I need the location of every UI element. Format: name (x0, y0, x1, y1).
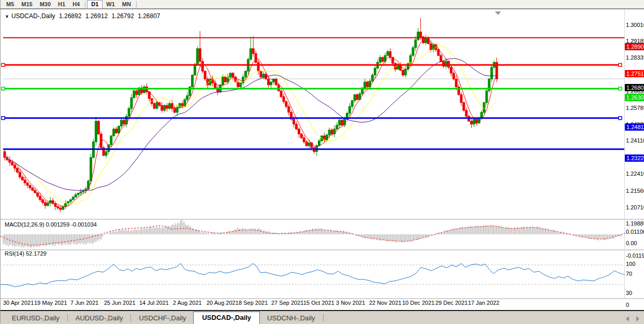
timeframe-button-MN[interactable]: MN (119, 1, 135, 8)
current-price-badge: 1.26807 (625, 84, 644, 91)
right-shift-triangle-icon (495, 11, 501, 15)
macd-scale-label: 0.011009 (626, 229, 644, 235)
price-level-badge: 1.24811 (625, 123, 644, 131)
date-label: 7 Jun 2021 (70, 300, 98, 306)
price-axis-label: 1.20710 (626, 204, 644, 210)
rsi-scale-label: 70 (626, 271, 632, 277)
tab-usdcad-daily[interactable]: USDCAD-,Daily (193, 312, 260, 324)
tab-scroll-controls (626, 316, 644, 324)
date-label: 10 Dec 2021 (402, 300, 434, 306)
price-level-badge: 1.27517 (625, 70, 644, 77)
timeframe-button-W1[interactable]: W1 (103, 1, 119, 8)
tab-divider (323, 314, 324, 321)
date-label: 14 Jul 2021 (139, 300, 169, 306)
price-axis-label: 1.19885 (626, 220, 644, 227)
tab-scroll-right-icon[interactable] (636, 316, 639, 321)
macd-scale-label: 0.00 (626, 240, 637, 246)
tab-usdchf-daily[interactable]: USDCHF-,Daily (131, 313, 193, 324)
date-label: 15 Oct 2021 (303, 300, 334, 306)
timeframe-button-D1[interactable]: D1 (87, 0, 103, 9)
price-axis-label: 1.25785 (626, 105, 644, 111)
price-axis-label: 1.24110 (626, 137, 644, 144)
price-axis-label: 1.30010 (626, 22, 644, 28)
chart-area[interactable]: ▼USDCAD-,Daily 1.26892 1.26912 1.26792 1… (1, 9, 644, 310)
macd-scale-label: -0.01190 (626, 252, 644, 259)
tab-eurusd-daily[interactable]: EURUSD-,Daily (5, 313, 67, 324)
rsi-indicator-label: RSI(14) 52.1729 (5, 250, 47, 257)
mt4-chart-window: M5M15M30H1H4D1W1MN ▼USDCAD-,Daily 1.2689… (0, 0, 644, 324)
rsi-scale-label: 30 (626, 290, 632, 296)
chart-tabs: EURUSD-,DailyAUDUSD-,DailyUSDCHF-,DailyU… (1, 311, 324, 324)
date-label: 3 Nov 2021 (336, 300, 365, 306)
price-level-badge: 1.26308 (625, 94, 644, 101)
timeframe-button-M5[interactable]: M5 (3, 1, 18, 8)
tab-usdcnh-daily[interactable]: USDCNH-,Daily (260, 313, 322, 324)
date-label: 22 Nov 2021 (369, 300, 401, 306)
macd-indicator-label: MACD(12,26,9) 0.001259 -0.001034 (5, 221, 97, 228)
date-label: 27 Sep 2021 (271, 300, 303, 306)
tab-divider (67, 314, 68, 321)
tab-audusd-daily[interactable]: AUDUSD-,Daily (68, 313, 130, 324)
timeframe-button-H1[interactable]: H1 (54, 1, 69, 8)
timeframe-button-M30[interactable]: M30 (36, 1, 54, 8)
price-level-badge: 1.28906 (625, 43, 644, 50)
tab-divider (130, 314, 131, 321)
chevron-down-icon: ▼ (5, 14, 9, 19)
chart-title: ▼USDCAD-,Daily 1.26892 1.26912 1.26792 1… (5, 12, 163, 20)
tab-scroll-left-icon[interactable] (626, 316, 629, 321)
chart-canvas[interactable] (1, 9, 644, 310)
toolbar-divider (136, 1, 137, 8)
date-label: 2 Aug 2021 (173, 300, 202, 306)
rsi-scale-label: 100 (626, 261, 635, 267)
chart-symbol-label: USDCAD-,Daily (11, 12, 55, 20)
date-label: 19 May 2021 (34, 300, 67, 306)
date-label: 8 Sep 2021 (239, 300, 268, 306)
ohlc-high: 1.26912 (85, 12, 108, 20)
price-axis-label: 1.21560 (626, 188, 644, 194)
date-label: 25 Jun 2021 (104, 300, 136, 306)
date-label: 30 Apr 2021 (3, 300, 34, 306)
timeframe-toolbar: M5M15M30H1H4D1W1MN (1, 0, 644, 9)
date-label: 17 Jan 2022 (468, 300, 500, 306)
timeframe-button-M15[interactable]: M15 (18, 1, 36, 8)
toolbar-divider (85, 1, 85, 8)
ohlc-open: 1.26892 (59, 12, 81, 20)
ohlc-close: 1.26807 (138, 12, 160, 20)
ohlc-low: 1.26792 (111, 12, 134, 20)
price-axis-label: 1.28335 (626, 54, 644, 61)
date-label: 20 Aug 2021 (207, 300, 239, 306)
price-level-badge: 1.23223 (625, 154, 644, 162)
chart-tab-bar: EURUSD-,DailyAUDUSD-,DailyUSDCHF-,DailyU… (1, 311, 644, 324)
price-axis-label: 1.22410 (626, 171, 644, 177)
date-axis: 30 Apr 202119 May 20217 Jun 202125 Jun 2… (1, 300, 644, 310)
date-label: 29 Dec 2021 (435, 300, 467, 306)
timeframe-button-H4[interactable]: H4 (69, 1, 83, 8)
